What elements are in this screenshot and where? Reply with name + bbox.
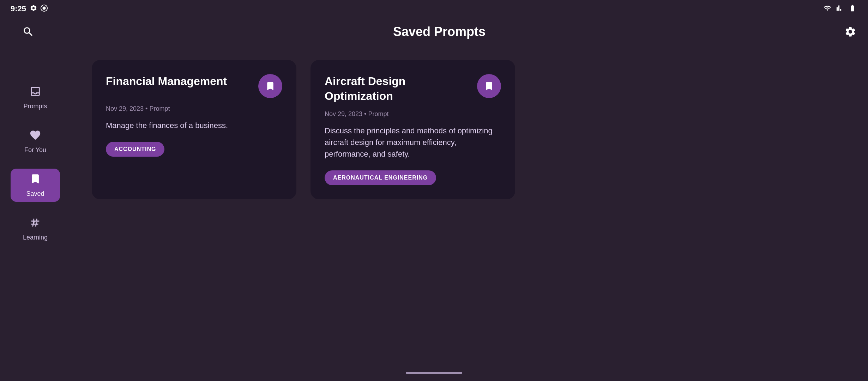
hashtag-icon — [29, 217, 41, 231]
card-header-2: Aircraft Design Optimization — [325, 74, 501, 103]
signal-icon — [836, 4, 843, 13]
sidebar-item-prompts[interactable]: Prompts — [11, 81, 60, 114]
search-button[interactable] — [21, 25, 35, 39]
bookmark-button-2[interactable] — [477, 74, 501, 98]
sidebar-label-saved: Saved — [26, 190, 44, 198]
card-title-2: Aircraft Design Optimization — [325, 74, 476, 103]
status-bar: 9:25 — [0, 0, 868, 18]
status-time: 9:25 — [11, 4, 26, 13]
battery-icon — [848, 4, 857, 13]
bookmark-button-1[interactable] — [258, 74, 282, 98]
sidebar-label-learning: Learning — [23, 234, 48, 241]
status-left: 9:25 — [11, 4, 48, 14]
settings-button[interactable] — [843, 25, 857, 39]
main-content: Financial Management Nov 29, 2023 • Prom… — [71, 46, 868, 381]
wifi-icon — [823, 4, 832, 13]
card-meta-1: Nov 29, 2023 • Prompt — [106, 105, 282, 113]
card-title-1: Financial Management — [106, 74, 227, 89]
cards-grid: Financial Management Nov 29, 2023 • Prom… — [92, 60, 847, 199]
sidebar: Prompts For You Saved — [0, 46, 71, 381]
sidebar-label-for-you: For You — [24, 146, 46, 154]
heart-icon — [29, 129, 41, 144]
sidebar-label-prompts: Prompts — [23, 103, 47, 110]
card-financial-management[interactable]: Financial Management Nov 29, 2023 • Prom… — [92, 60, 296, 199]
status-icons — [30, 4, 48, 14]
card-description-1: Manage the finances of a business. — [106, 120, 282, 131]
activity-status-icon — [40, 4, 48, 14]
sidebar-item-for-you[interactable]: For You — [11, 125, 60, 158]
sidebar-item-saved[interactable]: Saved — [11, 169, 60, 202]
card-aircraft-design[interactable]: Aircraft Design Optimization Nov 29, 202… — [311, 60, 515, 199]
bookmark-icon — [29, 173, 41, 187]
card-tag-2: AERONAUTICAL ENGINEERING — [325, 170, 436, 185]
card-tag-1: ACCOUNTING — [106, 142, 164, 157]
status-right — [823, 4, 857, 13]
inbox-icon — [29, 85, 41, 100]
card-header-1: Financial Management — [106, 74, 282, 98]
card-meta-2: Nov 29, 2023 • Prompt — [325, 110, 501, 118]
page-title: Saved Prompts — [35, 24, 843, 39]
settings-status-icon — [30, 4, 37, 14]
card-description-2: Discuss the principles and methods of op… — [325, 125, 501, 160]
bottom-bar-indicator — [406, 372, 462, 374]
header: Saved Prompts — [0, 18, 868, 46]
main-layout: Prompts For You Saved — [0, 46, 868, 381]
svg-point-1 — [42, 6, 46, 10]
sidebar-item-learning[interactable]: Learning — [11, 212, 60, 246]
